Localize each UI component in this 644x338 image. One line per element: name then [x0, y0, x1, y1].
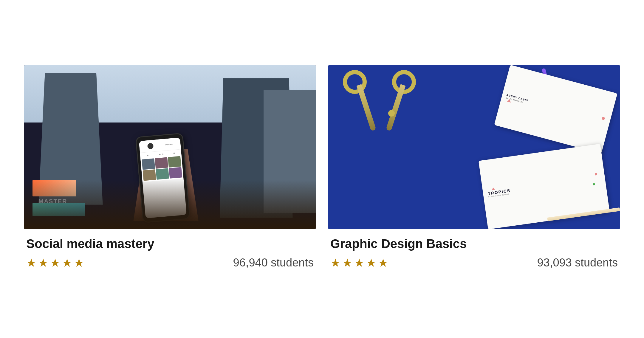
phone-grid-item [142, 158, 155, 170]
card-name-avery: AVERY DAVIS [506, 94, 606, 123]
phone-avatar [147, 143, 154, 149]
course-card-social-media[interactable]: Pinterest 763 64.1k 19 [24, 65, 316, 273]
scissors-blade-right [386, 84, 406, 131]
phone-grid-item [168, 156, 181, 168]
star-1: ★ [26, 256, 36, 269]
phone-grid-item [143, 169, 156, 181]
course-meta-design: ★ ★ ★ ★ ★ 93,093 students [330, 256, 618, 269]
phone-content: 763 64.1k 19 [140, 149, 183, 182]
card-decoration-green [593, 183, 595, 185]
star-d-4: ★ [366, 256, 376, 269]
card-title-avery: SALES MANAGER [506, 97, 605, 125]
students-count-social: 96,940 students [233, 256, 314, 269]
course-info-social: Social media mastery ★ ★ ★ ★ ★ 96,940 st… [24, 229, 316, 273]
course-thumbnail-design: AVERY DAVIS SALES MANAGER TROPICS BY THE… [328, 65, 620, 229]
star-d-2: ★ [342, 256, 352, 269]
course-title-social: Social media mastery [26, 236, 314, 251]
course-title-design: Graphic Design Basics [330, 236, 618, 251]
scissors-blade-left [357, 84, 377, 131]
star-5: ★ [74, 256, 84, 269]
course-thumbnail-social: Pinterest 763 64.1k 19 [24, 65, 316, 229]
course-info-design: Graphic Design Basics ★ ★ ★ ★ ★ 93,093 s… [328, 229, 620, 273]
card-tropics-name: TROPICS [488, 176, 600, 196]
stars-rating-social: ★ ★ ★ ★ ★ [26, 256, 84, 269]
star-d-3: ★ [354, 256, 364, 269]
star-4: ★ [62, 256, 72, 269]
star-2: ★ [38, 256, 48, 269]
course-meta-social: ★ ★ ★ ★ ★ 96,940 students [26, 256, 314, 269]
card-decoration-dot-2 [595, 173, 597, 176]
phone-grid-item [156, 168, 169, 180]
card-decoration-triangle [507, 99, 511, 103]
phone-grid-item [155, 157, 168, 169]
courses-grid: Pinterest 763 64.1k 19 [0, 47, 644, 291]
star-d-1: ★ [330, 256, 340, 269]
phone-grid-item [169, 167, 182, 179]
students-count-design: 93,093 students [537, 256, 618, 269]
scissors [337, 70, 459, 165]
stars-rating-design: ★ ★ ★ ★ ★ [330, 256, 388, 269]
star-3: ★ [50, 256, 60, 269]
billboard-text: MASTER [38, 198, 67, 205]
city-shadow [24, 180, 316, 229]
star-d-5: ★ [378, 256, 388, 269]
course-card-graphic-design[interactable]: AVERY DAVIS SALES MANAGER TROPICS BY THE… [328, 65, 620, 273]
phone-image-grid [142, 156, 182, 181]
